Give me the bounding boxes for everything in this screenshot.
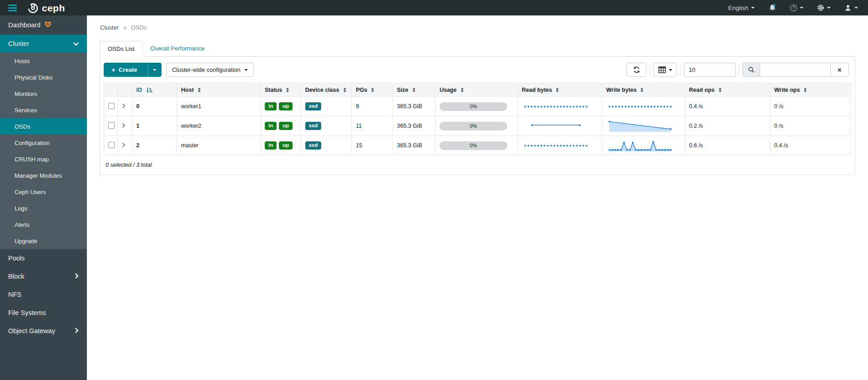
help-dropdown[interactable]: ? [790, 5, 803, 11]
column-visibility-dropdown[interactable] [653, 63, 677, 77]
user-menu-dropdown[interactable] [844, 4, 858, 11]
sparkline-dots [606, 100, 674, 113]
column-label: Write bytes [606, 87, 636, 93]
sidebar-item-label: Pools [8, 255, 25, 262]
sidebar-item-osds[interactable]: OSDs [0, 118, 87, 135]
table-row-osd-0: 0worker1inupssd9365.3 GiB0%0.4 /s0 /s [104, 97, 851, 116]
cell-read-bytes [517, 97, 602, 116]
cell-device-class: ssd [301, 97, 352, 116]
tab-overall-performance[interactable]: Overall Performance [143, 41, 212, 56]
sidebar-item-dashboard[interactable]: Dashboard [0, 15, 87, 35]
column-label: Status [265, 87, 282, 93]
osds-table: IDHostStatusDevice classPGsSizeUsageRead… [104, 83, 851, 155]
sparkline-peaks [606, 139, 674, 152]
sidebar-item-label: CRUSH map [15, 156, 49, 163]
chevron-down-icon [800, 7, 803, 9]
row-checkbox[interactable] [108, 142, 115, 148]
sidebar-item-label: Dashboard [8, 21, 40, 29]
status-badge: up [279, 102, 293, 110]
column-label: Usage [439, 87, 457, 93]
column-header-write-bytes[interactable]: Write bytes [602, 83, 685, 97]
cluster-wide-configuration-dropdown[interactable]: Cluster-wide configuration [166, 63, 253, 77]
column-header-id[interactable]: ID [132, 83, 177, 97]
table-grid-icon [658, 66, 666, 73]
notifications-button[interactable] [768, 4, 777, 12]
sidebar-item-nfs[interactable]: NFS [0, 285, 87, 304]
sidebar-item-label: Configuration [15, 140, 50, 146]
column-label: ID [136, 87, 142, 93]
sort-icon [641, 88, 643, 92]
sidebar-item-label: NFS [8, 291, 21, 298]
expand-row-button[interactable] [117, 116, 132, 136]
sidebar-item-block[interactable]: Block [0, 267, 87, 285]
expand-row-button[interactable] [117, 97, 132, 116]
chevron-down-icon [854, 7, 858, 9]
language-dropdown[interactable]: English [728, 5, 755, 11]
brand-name: ceph [42, 3, 65, 13]
search-input[interactable] [760, 63, 831, 77]
table-header-row: IDHostStatusDevice classPGsSizeUsageRead… [104, 83, 851, 97]
sidebar-item-label: Ceph Users [15, 189, 46, 195]
sidebar-item-label: Hosts [15, 58, 30, 65]
column-header-host[interactable]: Host [177, 83, 261, 97]
sidebar-item-object-gateway[interactable]: Object Gateway [0, 322, 87, 340]
sidebar-item-logs[interactable]: Logs [0, 200, 87, 216]
sort-icon [804, 88, 807, 92]
sidebar-item-file-systems[interactable]: File Systems [0, 304, 87, 322]
tab-osds-list[interactable]: OSDs List [100, 41, 143, 57]
sidebar-item-upgrade[interactable]: Upgrade [0, 233, 87, 249]
column-header-status[interactable]: Status [260, 83, 301, 97]
sort-icon [556, 88, 559, 92]
chevron-right-icon [75, 327, 79, 335]
table-toolbar: + Create Cluster-wide configuration [100, 57, 855, 83]
sidebar-item-services[interactable]: Services [0, 102, 87, 118]
create-dropdown-toggle[interactable] [148, 63, 161, 76]
sparkline-dots [522, 100, 590, 113]
breadcrumb-cluster[interactable]: Cluster [100, 24, 119, 31]
sidebar-item-manager-modules[interactable]: Manager Modules [0, 167, 87, 184]
row-checkbox[interactable] [108, 103, 115, 109]
column-header-usage[interactable]: Usage [435, 83, 518, 97]
sidebar-item-ceph-users[interactable]: Ceph Users [0, 184, 87, 200]
cell-write-ops: 0 /s [770, 116, 851, 136]
hamburger-menu-icon[interactable] [8, 5, 17, 11]
status-badge: up [279, 141, 293, 150]
column-header-write-ops[interactable]: Write ops [770, 83, 851, 97]
sidebar-item-cluster[interactable]: Cluster [0, 35, 87, 53]
column-header-pgs[interactable]: PGs [352, 83, 393, 97]
row-checkbox[interactable] [108, 122, 115, 129]
sort-icon [286, 88, 289, 92]
settings-dropdown[interactable] [817, 4, 831, 11]
sidebar-item-hosts[interactable]: Hosts [0, 53, 87, 69]
refresh-button[interactable] [626, 63, 646, 77]
sidebar-item-configuration[interactable]: Configuration [0, 135, 87, 151]
create-button[interactable]: + Create [104, 63, 161, 77]
sidebar-item-alerts[interactable]: Alerts [0, 216, 87, 233]
sidebar-item-label: File Systems [8, 309, 46, 316]
toolbar-divider [650, 63, 650, 77]
search-group: × [742, 63, 849, 77]
usage-progress-bar: 0% [439, 122, 507, 130]
column-header-size[interactable]: Size [393, 83, 435, 97]
expand-row-button[interactable] [117, 136, 132, 155]
chevron-down-icon [244, 69, 248, 71]
cell-usage: 0% [435, 116, 518, 136]
column-header-device-class[interactable]: Device class [301, 83, 352, 97]
sidebar-item-crush-map[interactable]: CRUSH map [0, 151, 87, 167]
help-icon: ? [790, 5, 797, 11]
sidebar-item-pools[interactable]: Pools [0, 249, 87, 267]
column-header-read-bytes[interactable]: Read bytes [517, 83, 602, 97]
usage-label: 0% [470, 123, 477, 129]
column-header-read-ops[interactable]: Read ops [685, 83, 770, 97]
sidebar-item-monitors[interactable]: Monitors [0, 85, 87, 102]
sidebar-item-physical-disks[interactable]: Physical Disks [0, 69, 87, 85]
sort-icon [461, 88, 464, 92]
sidebar-item-label: Manager Modules [15, 172, 62, 179]
cell-size: 365.3 GiB [393, 136, 435, 155]
top-navbar: ceph English ? [0, 0, 868, 15]
column-label: Read ops [689, 87, 715, 93]
clear-search-button[interactable]: × [831, 63, 849, 77]
chevron-down-icon [669, 69, 672, 71]
page-size-input[interactable] [684, 63, 736, 77]
cell-write-ops: 0 /s [770, 97, 851, 116]
